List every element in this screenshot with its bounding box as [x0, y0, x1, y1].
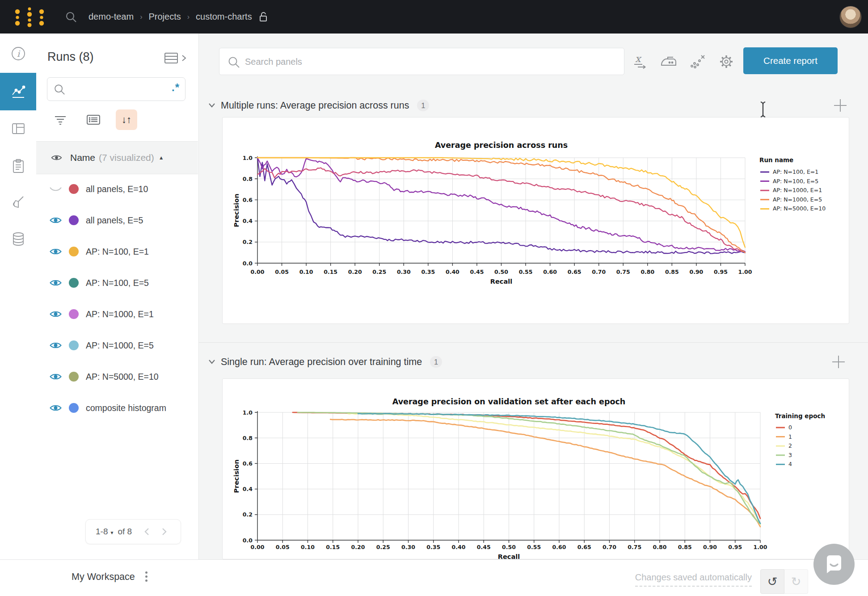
section-divider — [198, 342, 868, 343]
clipboard-icon — [11, 159, 25, 174]
run-row[interactable]: all panels, E=10 — [36, 173, 198, 205]
run-color-dot — [69, 403, 79, 413]
chevron-down-icon[interactable] — [208, 103, 215, 108]
run-row[interactable]: AP: N=1000, E=5 — [36, 330, 198, 361]
svg-text:AP: N=1000, E=5: AP: N=1000, E=5 — [773, 196, 822, 203]
svg-text:0.35: 0.35 — [421, 269, 435, 275]
svg-text:0.2: 0.2 — [243, 239, 253, 245]
svg-text:0.05: 0.05 — [276, 544, 290, 550]
run-row[interactable]: AP: N=1000, E=1 — [36, 298, 198, 330]
svg-text:0.10: 0.10 — [301, 544, 315, 550]
filter-button[interactable] — [50, 109, 71, 130]
visualized-count: (7 visualized) — [99, 152, 154, 163]
runs-name-header[interactable]: Name (7 visualized) ▲ — [36, 141, 198, 174]
run-row[interactable]: AP: N=100, E=5 — [36, 267, 198, 298]
eye-open-icon[interactable] — [50, 341, 62, 350]
svg-text:0.65: 0.65 — [577, 544, 591, 550]
chart-panel-average-precision-across-runs[interactable]: 0.000.050.100.150.200.250.300.350.400.45… — [222, 117, 849, 324]
add-panel-icon[interactable] — [830, 354, 847, 370]
eye-open-icon[interactable] — [50, 403, 62, 412]
eye-open-icon[interactable] — [50, 310, 62, 319]
search-icon[interactable] — [64, 10, 78, 24]
eye-closed-icon[interactable] — [50, 185, 62, 193]
undo-button[interactable]: ↺ — [760, 569, 784, 594]
svg-text:0.85: 0.85 — [678, 544, 692, 550]
runs-table-button[interactable] — [164, 52, 186, 64]
runs-search-box: .* — [47, 77, 185, 101]
run-row[interactable]: composite histogram — [36, 392, 198, 424]
svg-text:0.75: 0.75 — [616, 269, 630, 275]
regex-toggle[interactable]: .* — [172, 81, 180, 94]
next-page-icon[interactable] — [161, 527, 168, 536]
svg-text:0.40: 0.40 — [452, 544, 466, 550]
svg-text:2: 2 — [788, 442, 792, 449]
rail-item-charts[interactable] — [0, 73, 36, 110]
redo-button[interactable]: ↻ — [784, 569, 808, 594]
x-axis-settings-icon[interactable]: x — [632, 53, 649, 69]
workspace-label[interactable]: My Workspace — [72, 571, 135, 583]
eye-open-icon[interactable] — [50, 278, 62, 287]
rail-item-overview[interactable]: i — [0, 39, 36, 68]
run-row[interactable]: all panels, E=5 — [36, 205, 198, 236]
rail-item-artifacts[interactable] — [0, 224, 36, 254]
svg-text:0.45: 0.45 — [470, 269, 484, 275]
add-panel-icon[interactable] — [832, 97, 848, 113]
svg-text:Recall: Recall — [498, 553, 520, 559]
svg-text:0.80: 0.80 — [653, 544, 667, 550]
runs-title: Runs (8) — [47, 50, 94, 64]
rail-item-sweeps[interactable] — [0, 188, 36, 217]
panel-search-input[interactable] — [244, 53, 612, 71]
chevron-down-icon[interactable] — [208, 359, 215, 365]
filter-icon — [53, 114, 67, 125]
chart-panel-precision-per-epoch[interactable]: 0.000.050.100.150.200.250.300.350.400.45… — [222, 378, 849, 559]
section-header-multiple-runs[interactable]: Multiple runs: Average precision across … — [208, 98, 429, 113]
runs-search-input[interactable] — [69, 80, 164, 97]
unlock-icon[interactable] — [258, 12, 268, 22]
autosave-status[interactable]: Changes saved automatically — [635, 572, 752, 587]
run-row[interactable]: AP: N=100, E=1 — [36, 236, 198, 267]
database-icon — [11, 231, 25, 247]
smoothing-iron-icon[interactable] — [660, 53, 678, 69]
eye-open-icon[interactable] — [50, 372, 62, 381]
kebab-menu-icon[interactable] — [145, 570, 147, 583]
user-avatar[interactable] — [839, 6, 862, 28]
svg-text:0.05: 0.05 — [275, 269, 289, 275]
name-column-label: Name — [70, 152, 95, 163]
sort-caret-up-icon: ▲ — [159, 155, 164, 161]
svg-text:Precision: Precision — [233, 193, 240, 227]
eye-open-icon[interactable] — [50, 216, 62, 225]
run-color-dot — [69, 372, 79, 382]
section-header-single-run[interactable]: Single run: Average precision over train… — [208, 354, 442, 369]
prev-page-icon[interactable] — [143, 527, 150, 536]
history-buttons: ↺ ↻ — [760, 569, 808, 594]
pagination-range[interactable]: 1-8 — [96, 527, 108, 537]
svg-text:0.15: 0.15 — [326, 544, 340, 550]
breadcrumb-project-name[interactable]: custom-charts — [196, 12, 252, 22]
run-name-label: all panels, E=10 — [86, 184, 148, 194]
breadcrumb-team[interactable]: demo-team — [88, 12, 134, 22]
rail-item-panels[interactable] — [0, 114, 36, 143]
chevron-right-icon — [181, 54, 186, 62]
svg-text:0.50: 0.50 — [502, 544, 516, 550]
group-button[interactable] — [83, 109, 104, 130]
table-layout-icon — [11, 121, 26, 136]
run-name-label: AP: N=1000, E=5 — [86, 340, 154, 351]
outliers-scatter-icon[interactable] — [688, 53, 706, 69]
settings-gear-icon[interactable] — [717, 53, 735, 70]
eye-open-icon[interactable] — [50, 247, 62, 256]
eye-icon[interactable] — [51, 154, 62, 162]
panel-count-badge: 1 — [430, 356, 442, 368]
svg-text:0.90: 0.90 — [689, 269, 703, 275]
run-row[interactable]: AP: N=5000, E=10 — [36, 361, 198, 392]
sort-button[interactable]: ↓↑ — [116, 109, 137, 130]
create-report-button[interactable]: Create report — [743, 47, 838, 74]
rail-item-notes[interactable] — [0, 151, 36, 181]
run-name-label: AP: N=5000, E=10 — [86, 372, 159, 382]
wandb-logo-icon[interactable] — [13, 6, 47, 28]
svg-text:0.8: 0.8 — [243, 176, 253, 182]
chat-widget-button[interactable] — [813, 544, 855, 585]
breadcrumb-projects[interactable]: Projects — [148, 12, 181, 22]
broom-icon — [11, 195, 26, 210]
chevron-right-icon: › — [140, 13, 142, 21]
svg-text:1.0: 1.0 — [243, 155, 253, 161]
